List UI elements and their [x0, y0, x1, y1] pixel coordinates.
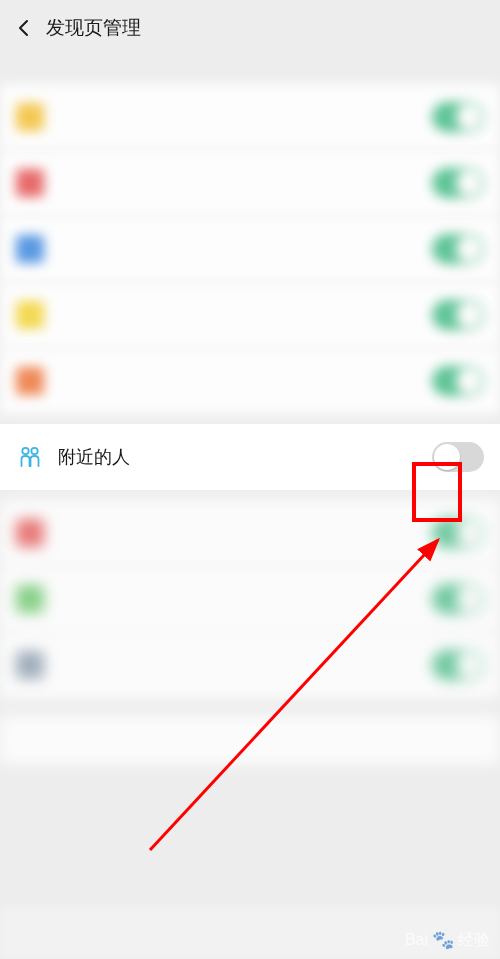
row-icon	[16, 169, 44, 197]
toggle-switch	[432, 366, 484, 396]
watermark: Bai🐾经验	[405, 929, 490, 951]
toggle-switch	[432, 650, 484, 680]
page-title: 发现页管理	[46, 15, 141, 41]
row-label	[58, 240, 432, 258]
toggle-switch	[432, 584, 484, 614]
settings-list: 附近的人	[0, 56, 500, 764]
toggle-switch	[432, 518, 484, 548]
list-item	[0, 566, 500, 632]
row-icon	[16, 235, 44, 263]
row-label	[58, 108, 432, 126]
footer-text	[16, 733, 484, 747]
row-label	[58, 656, 432, 674]
list-item	[0, 500, 500, 566]
svg-point-0	[22, 448, 28, 454]
list-item	[0, 632, 500, 698]
nearby-people-toggle[interactable]	[432, 442, 484, 472]
list-item	[0, 150, 500, 216]
row-label	[58, 174, 432, 192]
row-icon	[16, 103, 44, 131]
row-icon	[16, 651, 44, 679]
list-item	[0, 216, 500, 282]
list-item	[0, 348, 500, 414]
row-label	[58, 306, 432, 324]
list-item	[0, 282, 500, 348]
row-label	[58, 590, 432, 608]
list-item	[0, 716, 500, 764]
nearby-people-label: 附近的人	[58, 448, 432, 466]
row-icon	[16, 367, 44, 395]
paw-icon: 🐾	[432, 929, 454, 951]
row-icon	[16, 519, 44, 547]
toggle-switch	[432, 300, 484, 330]
list-item	[0, 84, 500, 150]
toggle-switch	[432, 102, 484, 132]
back-icon[interactable]	[8, 12, 40, 44]
nearby-people-row: 附近的人	[0, 424, 500, 490]
row-icon	[16, 585, 44, 613]
row-label	[58, 524, 432, 542]
row-icon	[16, 301, 44, 329]
svg-point-1	[31, 448, 37, 454]
row-label	[58, 372, 432, 390]
toggle-switch	[432, 234, 484, 264]
header: 发现页管理	[0, 0, 500, 56]
nearby-people-icon	[16, 443, 44, 471]
toggle-switch	[432, 168, 484, 198]
